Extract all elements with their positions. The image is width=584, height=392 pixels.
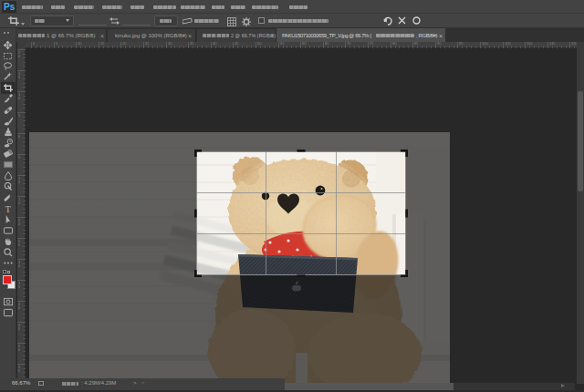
svg-text:T: T bbox=[5, 204, 11, 213]
